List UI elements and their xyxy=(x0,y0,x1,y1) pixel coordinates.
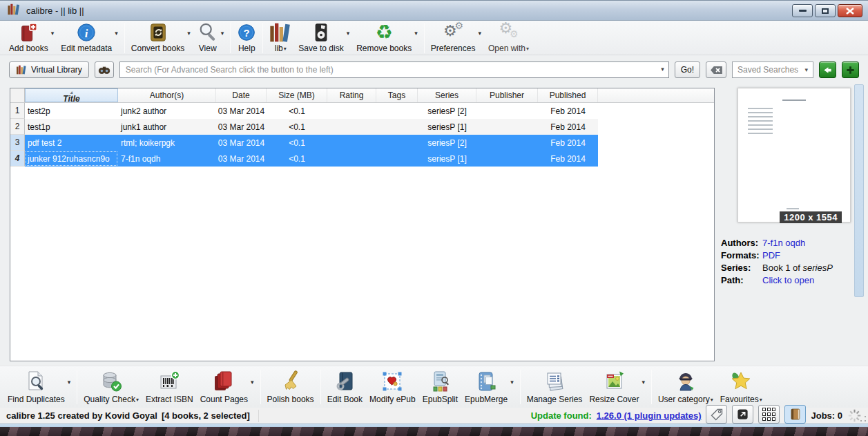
dropdown-arrow-icon[interactable]: ▾ xyxy=(251,379,254,386)
column-header-tags[interactable]: Tags xyxy=(376,88,418,102)
advanced-search-button[interactable] xyxy=(95,61,114,78)
column-header-date[interactable]: Date xyxy=(216,88,267,102)
count-pages-button[interactable]: Count Pages ▾ xyxy=(197,367,258,407)
column-header-series[interactable]: Series xyxy=(418,88,476,102)
cell-publisher[interactable] xyxy=(476,119,538,135)
cell-title[interactable]: junker 912ruhasncn9o xyxy=(25,151,118,167)
save-to-disk-button[interactable]: Save to disk ▾ xyxy=(295,21,353,55)
table-row[interactable]: 1 test2p junk2 author 03 Mar 2014 <0.1 s… xyxy=(10,103,714,119)
epubsplit-button[interactable]: EpubSplit xyxy=(419,367,461,407)
grid-view-toggle-button[interactable] xyxy=(758,405,780,424)
manage-series-button[interactable]: Manage Series xyxy=(523,367,586,407)
virtual-library-button[interactable]: Virtual Library xyxy=(9,61,89,78)
epubmerge-button[interactable]: EpubMerge ▾ xyxy=(461,367,517,407)
copy-search-button[interactable] xyxy=(819,61,836,78)
cell-published[interactable]: Feb 2014 xyxy=(538,119,598,135)
minimize-button[interactable] xyxy=(792,4,813,17)
edit-book-button[interactable]: Edit Book xyxy=(324,367,366,407)
header-corner-cell[interactable] xyxy=(10,88,25,102)
dropdown-arrow-icon[interactable]: ▾ xyxy=(510,379,514,386)
resize-grip[interactable] xyxy=(860,415,867,422)
cell-publisher[interactable] xyxy=(476,135,538,151)
column-header-authors[interactable]: Author(s) xyxy=(118,88,216,102)
search-history-arrow-icon[interactable]: ▾ xyxy=(661,66,664,73)
dropdown-arrow-icon[interactable]: ▾ xyxy=(711,397,713,403)
jobs-label[interactable]: Jobs: 0 xyxy=(811,410,842,421)
dropdown-arrow-icon[interactable]: ▾ xyxy=(526,46,529,52)
cell-title[interactable]: test2p xyxy=(25,103,118,119)
saved-searches-dropdown[interactable]: Saved Searches ▾ xyxy=(732,61,813,78)
extract-isbn-button[interactable]: Extract ISBN xyxy=(142,367,197,407)
dropdown-arrow-icon[interactable]: ▾ xyxy=(68,379,71,386)
cell-date[interactable]: 03 Mar 2014 xyxy=(216,135,267,151)
clear-search-button[interactable] xyxy=(706,61,726,78)
convert-books-button[interactable]: Convert books ▾ xyxy=(128,21,194,55)
cell-publisher[interactable] xyxy=(476,151,538,167)
cell-authors[interactable]: junk1 author xyxy=(118,119,216,135)
cell-series[interactable]: seriesP [1] xyxy=(418,119,476,135)
quality-check-button[interactable]: Quality Check ▾ xyxy=(80,367,142,407)
cell-series[interactable]: seriesP [1] xyxy=(418,151,476,167)
book-cover-preview[interactable]: 1200 x 1554 xyxy=(737,88,851,222)
formats-link[interactable]: PDF xyxy=(762,249,780,262)
library-button[interactable]: lib ▾ xyxy=(266,21,295,55)
close-button[interactable] xyxy=(838,4,862,17)
table-row-current[interactable]: 4 junker 912ruhasncn9o 7-f1n oqdh 03 Mar… xyxy=(10,151,714,167)
table-row-selected[interactable]: 3 pdf test 2 rtml; koikerpgk 03 Mar 2014… xyxy=(10,135,714,151)
cell-tags[interactable] xyxy=(376,151,418,167)
resize-cover-button[interactable]: Resize Cover ▾ xyxy=(586,367,648,407)
column-header-published[interactable]: Published xyxy=(538,88,598,102)
cell-published[interactable]: Feb 2014 xyxy=(538,103,598,119)
save-search-button[interactable] xyxy=(842,61,859,78)
table-row[interactable]: 2 test1p junk1 author 03 Mar 2014 <0.1 s… xyxy=(10,119,714,135)
dropdown-arrow-icon[interactable]: ▾ xyxy=(642,379,645,386)
authors-link[interactable]: 7-f1n oqdh xyxy=(762,237,805,249)
go-button[interactable]: Go! xyxy=(675,61,700,78)
titlebar[interactable]: calibre - || lib || xyxy=(0,0,868,21)
cell-rating[interactable] xyxy=(327,135,376,151)
modify-epub-button[interactable]: Modify ePub xyxy=(366,367,419,407)
polish-books-button[interactable]: Polish books xyxy=(264,367,318,407)
column-header-rating[interactable]: Rating xyxy=(327,88,376,102)
cell-published[interactable]: Feb 2014 xyxy=(538,135,598,151)
cell-title[interactable]: test1p xyxy=(25,119,118,135)
cell-tags[interactable] xyxy=(376,135,418,151)
update-link[interactable]: 1.26.0 (1 plugin updates) xyxy=(597,410,702,421)
cell-rating[interactable] xyxy=(327,119,376,135)
find-duplicates-button[interactable]: Find Duplicates ▾ xyxy=(4,367,74,407)
cell-title[interactable]: pdf test 2 xyxy=(25,135,118,151)
add-books-button[interactable]: Add books ▾ xyxy=(6,21,57,55)
cell-series[interactable]: seriesP [2] xyxy=(418,135,476,151)
search-input[interactable] xyxy=(119,61,669,78)
open-with-button[interactable]: ⚙ ⚙ Open with ▾ xyxy=(485,21,532,55)
column-header-title[interactable]: ▴ Title xyxy=(25,88,118,102)
book-details-toggle-button[interactable] xyxy=(784,405,806,424)
cell-date[interactable]: 03 Mar 2014 xyxy=(216,119,267,135)
dropdown-arrow-icon[interactable]: ▾ xyxy=(221,30,224,37)
cell-series[interactable]: seriesP [2] xyxy=(418,103,476,119)
cell-tags[interactable] xyxy=(376,103,418,119)
user-category-button[interactable]: User category ▾ xyxy=(655,367,717,407)
cell-tags[interactable] xyxy=(376,119,418,135)
cell-size[interactable]: <0.1 xyxy=(267,119,327,135)
column-header-size[interactable]: Size (MB) xyxy=(267,88,327,102)
dropdown-arrow-icon[interactable]: ▾ xyxy=(284,46,287,52)
cell-publisher[interactable] xyxy=(476,103,538,119)
cell-date[interactable]: 03 Mar 2014 xyxy=(216,103,267,119)
dropdown-arrow-icon[interactable]: ▾ xyxy=(414,30,418,37)
row-number[interactable]: 1 xyxy=(10,103,25,119)
favourites-button[interactable]: Favourites ▾ xyxy=(717,367,766,407)
preferences-button[interactable]: ⚙ ⚙ Preferences ▾ xyxy=(427,21,485,55)
column-header-publisher[interactable]: Publisher xyxy=(476,88,538,102)
cell-authors[interactable]: junk2 author xyxy=(118,103,216,119)
cell-published[interactable]: Feb 2014 xyxy=(538,151,598,167)
dropdown-arrow-icon[interactable]: ▾ xyxy=(478,30,481,37)
row-number[interactable]: 4 xyxy=(10,151,25,167)
row-number[interactable]: 2 xyxy=(10,119,25,135)
view-button[interactable]: View ▾ xyxy=(194,21,228,55)
maximize-button[interactable] xyxy=(815,4,836,17)
cell-size[interactable]: <0.1 xyxy=(267,103,327,119)
cell-rating[interactable] xyxy=(327,103,376,119)
dropdown-arrow-icon[interactable]: ▾ xyxy=(115,30,118,37)
dropdown-arrow-icon[interactable]: ▾ xyxy=(760,397,762,403)
